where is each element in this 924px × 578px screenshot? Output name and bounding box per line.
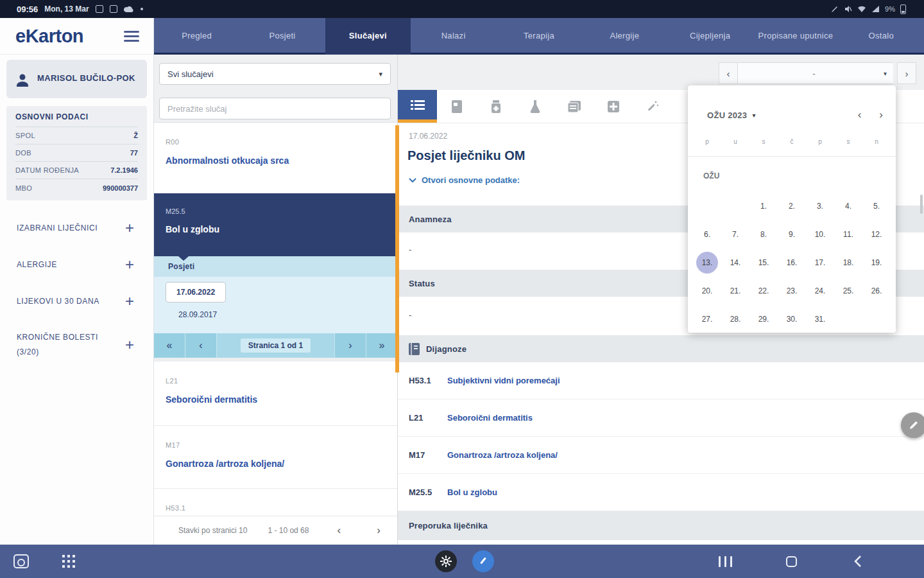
tab-ostalo[interactable]: Ostalo [839,18,924,53]
diagnosis-row[interactable]: M25.5Bol u zglobu [398,474,924,511]
calendar-day[interactable]: 31. [806,305,834,333]
calendar-day[interactable]: 11. [834,220,862,249]
tab-medications[interactable] [476,90,515,123]
tab-propisane-uputnice[interactable]: Propisane uputnice [753,18,838,53]
calendar-day[interactable]: 6. [693,220,721,249]
calendar-day[interactable]: 22. [749,277,778,305]
calendar-day[interactable]: 20. [693,277,721,305]
case-item-selected[interactable]: M25.5 Bol u zglobu [154,193,397,256]
edit-fab-button[interactable] [901,412,924,438]
calendar-day[interactable]: 16. [778,249,806,277]
calendar-day[interactable]: 9. [778,220,806,249]
calendar-day[interactable]: 10. [806,220,834,249]
tab-alergije[interactable]: Alergije [582,18,667,53]
calendar-day[interactable]: 1. [749,192,778,220]
calendar-day[interactable]: 17. [806,249,834,277]
patient-card[interactable]: MARISOL BUČILO-POK [6,60,147,98]
calendar-day[interactable]: 24. [806,277,834,305]
calendar-day[interactable]: 2. [778,192,806,220]
expand-basic-data-link[interactable]: Otvori osnovne podatke: [409,175,520,185]
tab-slu-ajevi[interactable]: Slučajevi [325,18,411,55]
calendar-day-label: 1. [760,202,767,211]
diagnosis-row[interactable]: L21Seboroični dermatitis [398,399,924,437]
tab-list-view[interactable] [398,90,437,123]
calendar-day[interactable]: 21. [721,277,749,305]
tab-nalazi[interactable]: Nalazi [411,18,496,53]
expand-plus-icon[interactable]: + [125,295,134,308]
calendar-day[interactable]: 28. [721,305,749,333]
sidebar-item-kroni-ne-bolesti-3-20[interactable]: KRONIČNE BOLESTI (3/20)+ [0,324,153,366]
calendar-next-button[interactable]: › [879,109,883,121]
expand-plus-icon[interactable]: + [125,338,134,351]
tab-terapija[interactable]: Terapija [496,18,581,53]
date-select[interactable]: - ▾ [738,62,893,84]
sidebar-item-izabrani-lije-nici[interactable]: IZABRANI LIJEČNICI+ [0,215,153,242]
calendar-day-selected[interactable]: 13. [693,249,721,277]
app-drawer-button[interactable] [58,545,80,578]
prev-page-button[interactable]: ‹ [185,333,217,358]
calendar-day[interactable]: 4. [834,192,862,220]
diagnosis-row[interactable]: M17Gonartroza /artroza koljena/ [398,437,924,474]
calendar-day-label: 6. [704,230,710,239]
scrollbar-thumb[interactable] [920,195,923,214]
weekday-label: p [806,138,834,145]
sidebar-item-alergije[interactable]: ALERGIJE+ [0,251,153,279]
tab-documents[interactable] [554,90,594,123]
case-item[interactable]: R00 Abnormalnosti otkucaja srca [154,123,397,193]
case-search-input[interactable] [159,98,391,119]
calendar-day[interactable]: 5. [862,192,891,220]
calendar-day[interactable]: 18. [834,249,862,277]
menu-icon[interactable] [124,28,139,44]
tab-patient-record[interactable] [437,90,476,123]
basic-info-title: OSNOVNI PODACI [15,112,138,127]
spen-button[interactable] [472,545,494,578]
calendar-day[interactable]: 14. [721,249,749,277]
calendar-prev-button[interactable]: ‹ [858,109,862,121]
recents-button[interactable] [714,545,736,578]
prev-list-page-button[interactable]: ‹ [329,524,348,537]
visit-date[interactable]: 28.09.2017 [178,310,397,319]
case-filter-dropdown[interactable]: Svi slučajevi ▾ [159,63,391,85]
calendar-day[interactable]: 19. [862,249,891,277]
tab-add-entry[interactable] [594,90,633,123]
back-button[interactable] [847,545,869,578]
android-status-bar: 09:56 Mon, 13 Mar 9% [0,0,924,18]
case-item[interactable]: L21 Seboroični dermatitis [154,362,397,426]
items-per-page-label[interactable]: Stavki po stranici 10 [178,526,247,535]
date-next-button[interactable]: › [897,62,916,84]
last-page-button[interactable]: » [366,333,397,358]
settings-button[interactable] [435,545,457,578]
calendar-day[interactable]: 3. [806,192,834,220]
info-row: SPOLŽ [15,127,138,144]
next-page-button[interactable]: › [334,333,366,358]
calendar-day[interactable]: 12. [862,220,891,249]
expand-plus-icon[interactable]: + [125,258,134,271]
expand-plus-icon[interactable]: + [125,222,134,234]
calendar-day[interactable]: 25. [834,277,862,305]
calendar-day[interactable]: 30. [778,305,806,333]
visit-date-selected[interactable]: 17.06.2022 [166,282,226,302]
case-item[interactable]: H53.1 [154,489,397,513]
calendar-day[interactable]: 15. [749,249,778,277]
date-prev-button[interactable]: ‹ [719,62,738,84]
calendar-day[interactable]: 26. [862,277,891,305]
calendar-day[interactable]: 23. [778,277,806,305]
tab-pregled[interactable]: Pregled [154,18,239,53]
calendar-day[interactable]: 27. [693,305,721,333]
sidebar-item-lijekovi-u-30-dana[interactable]: LIJEKOVI U 30 DANA+ [0,288,153,315]
calendar-day[interactable]: 29. [749,305,778,333]
calendar-day[interactable]: 8. [749,220,778,249]
home-button[interactable] [780,545,802,578]
diagnosis-row[interactable]: H53.1Subjektivni vidni poremećaji [398,362,924,399]
info-value: 990000377 [103,184,138,192]
screenshot-button[interactable] [10,545,32,578]
tab-lab-results[interactable] [515,90,554,123]
calendar-month-selector[interactable]: OŽU 2023 [707,110,747,120]
next-list-page-button[interactable]: › [369,524,388,537]
tab-posjeti[interactable]: Posjeti [239,18,325,53]
first-page-button[interactable]: « [154,333,185,358]
tab-smart-tools[interactable] [633,90,672,123]
case-item[interactable]: M17 Gonartroza /artroza koljena/ [154,426,397,489]
tab-cijepljenja[interactable]: Cijepljenja [667,18,753,53]
calendar-day[interactable]: 7. [721,220,749,249]
